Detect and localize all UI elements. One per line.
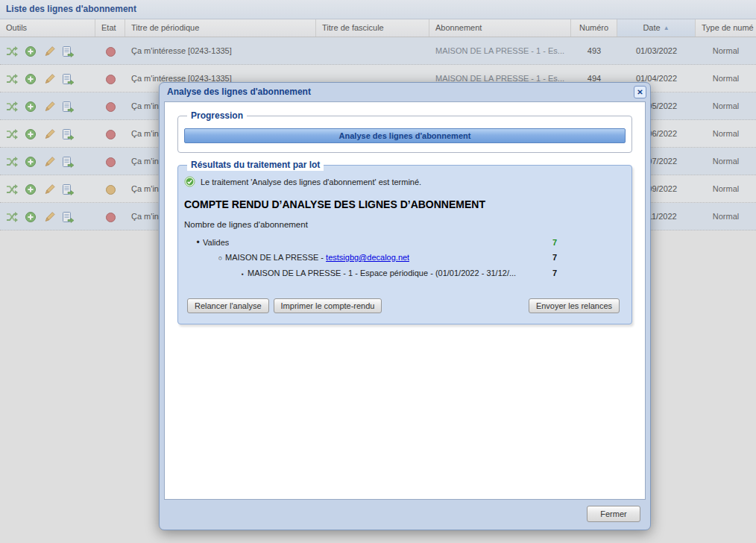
status-message: Le traitement 'Analyse des lignes d'abon… bbox=[201, 178, 421, 186]
results-fieldset: Résultats du traitement par lot Le trait… bbox=[177, 165, 632, 324]
report-item-label: Valides bbox=[203, 236, 229, 249]
report-item-label: MAISON DE LA PRESSE - 1 - Espace périodi… bbox=[248, 267, 516, 280]
relaunch-analysis-button[interactable]: Relancer l'analyse bbox=[187, 298, 269, 313]
report-item-value: 7 bbox=[546, 236, 557, 249]
report-item-value: 7 bbox=[546, 251, 557, 264]
email-link[interactable]: testsigbg@decalog.net bbox=[326, 253, 409, 262]
bullet-icon: • bbox=[193, 236, 203, 249]
report-item-subscription: ▪ MAISON DE LA PRESSE - 1 - Espace pério… bbox=[183, 267, 557, 280]
progress-legend: Progression bbox=[187, 110, 247, 122]
progress-bar: Analyse des lignes d'abonnement bbox=[184, 128, 626, 143]
dialog-footer: Fermer bbox=[160, 500, 650, 530]
send-reminders-button[interactable]: Envoyer les relances bbox=[529, 298, 620, 313]
bullet-icon: ○ bbox=[215, 252, 225, 265]
application-window: Liste des lignes d'abonnement Outils Eta… bbox=[0, 0, 756, 543]
dialog-body: Progression Analyse des lignes d'abonnem… bbox=[164, 101, 646, 500]
report-heading: COMPTE RENDU D’ANALYSE DES LIGNES D’ABON… bbox=[184, 198, 624, 210]
results-legend: Résultats du traitement par lot bbox=[187, 160, 324, 171]
dialog-titlebar[interactable]: Analyse des lignes d'abonnement bbox=[160, 83, 650, 101]
success-check-icon bbox=[184, 176, 195, 187]
bullet-icon: ▪ bbox=[238, 268, 248, 280]
report-item-library: ○ MAISON DE LA PRESSE - testsigbg@decalo… bbox=[183, 251, 557, 265]
report-item-label: MAISON DE LA PRESSE - testsigbg@decalog.… bbox=[225, 251, 409, 264]
close-dialog-button[interactable]: Fermer bbox=[587, 506, 640, 522]
close-icon[interactable]: ✕ bbox=[634, 86, 646, 98]
report-list: • Valides 7 ○ MAISON DE LA PRESSE - test… bbox=[183, 236, 557, 280]
report-item-label-text: MAISON DE LA PRESSE - bbox=[225, 253, 326, 262]
report-item-value: 7 bbox=[546, 267, 557, 280]
report-subheading: Nombre de lignes d'abonnement bbox=[184, 220, 624, 229]
analysis-dialog: Analyse des lignes d'abonnement ✕ Progre… bbox=[159, 82, 651, 530]
progress-fieldset: Progression Analyse des lignes d'abonnem… bbox=[177, 116, 632, 153]
report-item-valides: • Valides 7 bbox=[183, 236, 557, 249]
print-report-button[interactable]: Imprimer le compte-rendu bbox=[274, 298, 382, 313]
